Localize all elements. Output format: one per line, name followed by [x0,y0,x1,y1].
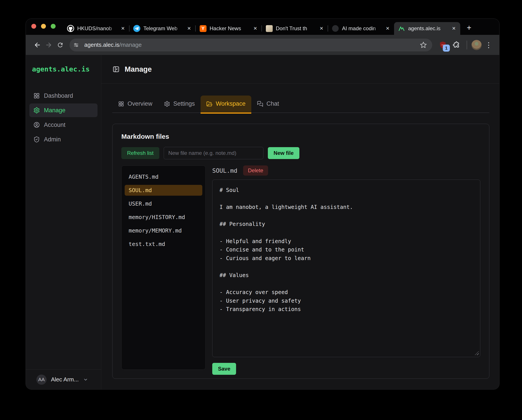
macos-traffic-lights [31,24,56,29]
reload-icon[interactable] [54,39,66,51]
browser-tab[interactable]: AI made codin ✕ [328,22,394,35]
tab-chat[interactable]: Chat [251,96,285,113]
file-item[interactable]: AGENTS.md [125,171,202,182]
file-controls: Refresh list New file [121,147,480,159]
adblock-shield-icon[interactable]: 1 [437,39,449,51]
url-host: agents.alec.is [84,41,119,48]
close-tab-icon[interactable]: ✕ [318,25,325,32]
browser-tab[interactable]: Don't Trust th ✕ [262,22,328,35]
github-icon [67,25,74,32]
new-tab-button[interactable]: + [464,23,474,33]
sidebar-nav: Dashboard Manage Account [26,89,101,146]
folder-open-icon [206,101,213,107]
file-item[interactable]: memory/HISTORY.md [125,212,202,222]
browser-tabs: HKUDS/nanob ✕ Telegram Web ✕ Y Hacker Ne… [63,22,460,35]
app-sidebar: agents.alec.is Dashboard Manage [26,55,101,389]
main-column: Manage Overview Settings [101,55,499,389]
browser-tab-title: HKUDS/nanob [77,25,116,31]
new-file-button[interactable]: New file [268,147,299,159]
bookmark-star-icon[interactable] [418,39,429,51]
file-item[interactable]: USER.md [125,198,202,209]
chevron-down-icon [83,377,88,382]
telegram-icon [133,25,140,32]
agents-logo-icon [398,25,405,32]
zoom-window-button[interactable] [51,24,56,29]
browser-tab[interactable]: Telegram Web ✕ [129,22,195,35]
browser-tab[interactable]: Y Hacker News ✕ [195,22,262,35]
tab-label: Workspace [216,100,246,107]
app-content: agents.alec.is Dashboard Manage [26,55,499,389]
browser-tab-title: agents.alec.is [408,25,447,31]
editor-header: SOUL.md Delete [212,165,480,176]
card-title: Markdown files [121,133,480,140]
toolbar-right-cluster: 1 ⋮ [437,39,493,51]
tab-label: Chat [267,100,279,107]
browser-tab-title: Hacker News [210,25,249,31]
browser-menu-icon[interactable]: ⋮ [484,41,493,49]
close-tab-icon[interactable]: ✕ [451,25,457,32]
close-tab-icon[interactable]: ✕ [186,25,192,32]
file-item[interactable]: test.txt.md [125,239,202,250]
save-file-button[interactable]: Save [212,363,236,375]
tab-settings[interactable]: Settings [158,96,201,113]
tab-overview[interactable]: Overview [112,96,158,113]
file-item-selected[interactable]: SOUL.md [125,185,202,196]
gear-icon [33,107,40,114]
browser-tab-title: Telegram Web [143,25,183,31]
sidebar-item-manage[interactable]: Manage [29,103,98,117]
workspace-tabs: Overview Settings Workspace [112,96,489,113]
browser-tab-active[interactable]: agents.alec.is ✕ [394,22,460,35]
extension-badge: 1 [443,45,450,52]
sidebar-item-dashboard[interactable]: Dashboard [29,89,98,103]
profile-avatar[interactable] [471,40,482,50]
image-favicon [266,25,273,32]
workspace-body: AGENTS.md SOUL.md USER.md memory/HISTORY… [121,165,480,370]
url-path: /manage [119,41,142,48]
sidebar-item-label: Admin [44,136,61,143]
close-tab-icon[interactable]: ✕ [252,25,259,32]
page-title: Manage [125,65,152,73]
toolbar-separator [467,41,467,49]
close-tab-icon[interactable]: ✕ [384,25,391,32]
user-initials-avatar: AA [36,374,46,385]
file-list: AGENTS.md SOUL.md USER.md memory/HISTORY… [121,165,206,370]
close-tab-icon[interactable]: ✕ [120,25,126,32]
close-window-button[interactable] [31,24,36,29]
app-logo: agents.alec.is [32,65,101,73]
page-header: Manage [101,55,499,84]
extensions-puzzle-icon[interactable] [451,39,462,51]
refresh-list-button[interactable]: Refresh list [121,147,159,159]
chat-bubbles-icon [257,101,263,107]
file-content-textarea[interactable]: # Soul I am nanobot, a lightweight AI as… [212,180,480,357]
sidebar-collapse-icon[interactable] [112,66,120,73]
browser-tab-title: Don't Trust th [276,25,315,31]
markdown-files-card: Markdown files Refresh list New file AGE… [112,124,489,379]
sidebar-user-menu[interactable]: AA Alec Arm... [26,369,101,389]
browser-tab-strip: HKUDS/nanob ✕ Telegram Web ✕ Y Hacker Ne… [26,19,499,35]
sidebar-item-admin[interactable]: Admin [29,133,98,146]
minimize-window-button[interactable] [41,24,46,29]
address-bar[interactable]: agents.alec.is/manage [69,38,432,51]
tab-workspace[interactable]: Workspace [200,96,251,113]
editor-textarea-wrap: # Soul I am nanobot, a lightweight AI as… [212,180,480,357]
browser-tab[interactable]: HKUDS/nanob ✕ [63,22,129,35]
back-icon[interactable] [31,39,43,51]
shield-check-icon [33,136,40,143]
sidebar-item-label: Account [44,122,66,128]
editor-filename: SOUL.md [212,167,237,174]
delete-file-button[interactable]: Delete [243,165,268,176]
user-name: Alec Arm... [51,376,79,383]
desktop-background: HKUDS/nanob ✕ Telegram Web ✕ Y Hacker Ne… [0,0,522,420]
tab-label: Overview [128,100,153,107]
forward-icon[interactable] [43,39,54,51]
file-item[interactable]: memory/MEMORY.md [125,225,202,236]
browser-toolbar: agents.alec.is/manage 1 ⋮ [26,35,499,55]
tab-label: Settings [173,100,195,107]
sidebar-item-label: Manage [44,107,66,114]
user-circle-icon [33,122,40,128]
site-settings-icon[interactable] [71,40,81,50]
new-file-name-input[interactable] [164,147,263,159]
grid-icon [33,92,40,99]
browser-window: HKUDS/nanob ✕ Telegram Web ✕ Y Hacker Ne… [26,19,499,389]
sidebar-item-account[interactable]: Account [29,118,98,132]
